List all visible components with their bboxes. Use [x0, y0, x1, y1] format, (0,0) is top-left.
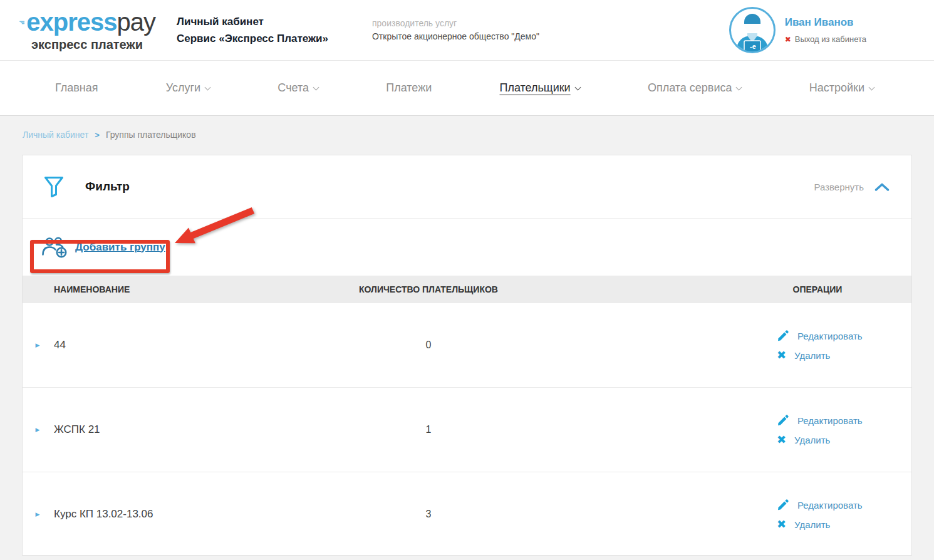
user-avatar: -e: [729, 6, 776, 54]
breadcrumb-separator-icon: >: [95, 130, 100, 140]
filter-title: Фильтр: [85, 180, 130, 194]
provider-block: производитель услуг Открытое акционерное…: [372, 17, 539, 43]
delete-label: Удалить: [794, 519, 830, 530]
nav-item-nastroyki[interactable]: Настройки: [809, 81, 874, 95]
chevron-down-icon: [574, 84, 581, 90]
nav-label: Счета: [278, 81, 309, 95]
edit-button[interactable]: Редактировать: [777, 499, 911, 511]
cabinet-title-block: Личный кабинет Сервис «Экспресс Платежи»: [177, 13, 328, 47]
filter-funnel-icon: [44, 175, 64, 199]
payers-count: 0: [284, 340, 573, 351]
delete-label: Удалить: [794, 435, 830, 445]
edit-label: Редактировать: [797, 331, 863, 341]
breadcrumb-current: Группы плательщиков: [106, 130, 196, 140]
chevron-down-icon: [205, 84, 211, 90]
nav-item-scheta[interactable]: Счета: [278, 81, 318, 95]
payers-count: 1: [284, 424, 573, 435]
nav-item-glavnaya[interactable]: Главная: [55, 81, 98, 95]
user-name-link[interactable]: Иван Иванов: [785, 16, 866, 29]
column-header-name: НАИМЕНОВАНИЕ: [53, 284, 284, 294]
main-nav: Главная Услуги Счета Платежи Плательщики…: [0, 61, 934, 116]
delete-label: Удалить: [794, 350, 830, 361]
add-group-icon: [41, 236, 68, 258]
add-group-button[interactable]: Добавить группу: [41, 236, 165, 258]
logo-tagline: экспресс платежи: [19, 38, 155, 52]
chevron-down-icon: [869, 84, 875, 90]
edit-label: Редактировать: [797, 415, 863, 426]
nav-item-platezhi[interactable]: Платежи: [386, 81, 432, 95]
table-row: ▶ ЖСПК 21 1 Редактировать ✖ Удалить: [23, 388, 911, 472]
group-name: Курс КП 13.02-13.06: [53, 508, 284, 521]
provider-label: производитель услуг: [372, 17, 539, 30]
table-row: ▶ Курс КП 13.02-13.06 3 Редактировать ✖ …: [23, 472, 911, 556]
group-name: ЖСПК 21: [53, 423, 284, 436]
expand-label: Развернуть: [814, 182, 864, 192]
delete-button[interactable]: ✖ Удалить: [777, 519, 911, 530]
logout-label: Выход из кабинета: [795, 34, 866, 44]
column-header-operations: ОПЕРАЦИИ: [724, 284, 911, 294]
pencil-icon: [777, 329, 789, 342]
provider-name: Открытое акционерное общество "Демо": [372, 30, 539, 43]
breadcrumb: Личный кабинет > Группы плательщиков: [23, 130, 934, 140]
nav-label: Плательщики: [499, 81, 570, 95]
pencil-icon: [777, 414, 789, 427]
logout-link[interactable]: ✖ Выход из кабинета: [785, 34, 866, 44]
app-header: expresspay экспресс платежи Личный кабин…: [0, 0, 934, 61]
brand-logo[interactable]: expresspay экспресс платежи: [19, 8, 155, 52]
column-header-count: КОЛИЧЕСТВО ПЛАТЕЛЬЩИКОВ: [284, 284, 573, 294]
add-group-row: Добавить группу: [23, 219, 911, 276]
delete-button[interactable]: ✖ Удалить: [777, 350, 911, 361]
filter-expand-toggle[interactable]: Развернуть: [814, 182, 890, 192]
user-block: -e Иван Иванов ✖ Выход из кабинета: [729, 6, 866, 54]
row-expand-icon[interactable]: ▶: [23, 342, 53, 348]
logout-x-icon: ✖: [785, 35, 791, 44]
delete-x-icon: ✖: [777, 434, 786, 445]
nav-label: Главная: [55, 81, 98, 95]
nav-label: Настройки: [809, 81, 864, 95]
delete-x-icon: ✖: [777, 350, 786, 361]
logo-text-pay: pay: [117, 8, 156, 36]
edit-button[interactable]: Редактировать: [777, 329, 911, 342]
nav-label: Оплата сервиса: [648, 81, 732, 95]
edit-label: Редактировать: [797, 500, 863, 511]
nav-item-platelshchiki-active[interactable]: Плательщики: [499, 81, 579, 95]
speed-lines-icon: [19, 14, 25, 31]
payers-count: 3: [284, 509, 573, 520]
table-header-row: НАИМЕНОВАНИЕ КОЛИЧЕСТВО ПЛАТЕЛЬЩИКОВ ОПЕ…: [23, 276, 911, 303]
chevron-down-icon: [736, 84, 742, 90]
chevron-down-icon: [313, 84, 319, 90]
nav-item-uslugi[interactable]: Услуги: [166, 81, 210, 95]
table-row: ▶ 44 0 Редактировать ✖ Удалить: [23, 303, 911, 388]
row-expand-icon[interactable]: ▶: [23, 427, 53, 433]
service-title: Сервис «Экспресс Платежи»: [177, 30, 328, 47]
row-operations: Редактировать ✖ Удалить: [724, 499, 911, 530]
nav-label: Услуги: [166, 81, 200, 95]
svg-text:-e: -e: [750, 43, 756, 50]
nav-label: Платежи: [386, 81, 432, 95]
breadcrumb-home-link[interactable]: Личный кабинет: [23, 130, 88, 140]
page-content: Личный кабинет > Группы плательщиков Фил…: [0, 116, 934, 556]
edit-button[interactable]: Редактировать: [777, 414, 911, 427]
row-operations: Редактировать ✖ Удалить: [724, 329, 911, 361]
add-group-label: Добавить группу: [75, 241, 165, 254]
group-name: 44: [53, 339, 284, 351]
filter-panel-header: Фильтр Развернуть: [23, 155, 911, 219]
delete-button[interactable]: ✖ Удалить: [777, 434, 911, 445]
chevron-up-icon: [874, 182, 890, 192]
pencil-icon: [777, 499, 789, 511]
delete-x-icon: ✖: [777, 519, 786, 530]
groups-card: Фильтр Развернуть: [22, 155, 912, 556]
nav-item-oplata-servisa[interactable]: Оплата сервиса: [648, 81, 742, 95]
logo-text-express: express: [26, 8, 117, 36]
row-expand-icon[interactable]: ▶: [23, 511, 53, 517]
cabinet-title: Личный кабинет: [177, 13, 328, 30]
row-operations: Редактировать ✖ Удалить: [724, 414, 911, 445]
